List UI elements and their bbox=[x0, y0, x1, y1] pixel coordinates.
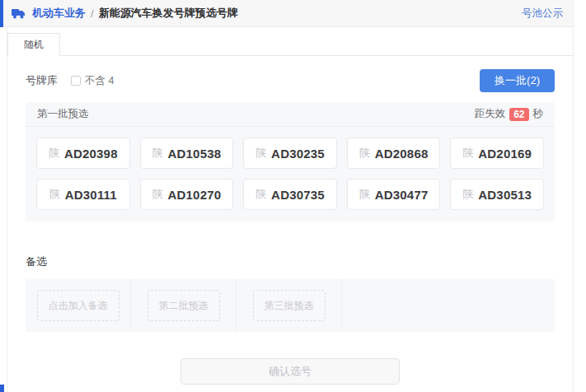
exclude-4-label: 不含 4 bbox=[85, 74, 114, 88]
plate-card[interactable]: 陕 AD20398 bbox=[36, 138, 130, 169]
plate-card[interactable]: 陕 AD30513 bbox=[450, 179, 544, 210]
plate-number: AD30513 bbox=[478, 188, 532, 202]
expire-countdown: 距失效 62 秒 bbox=[475, 107, 543, 121]
checkbox-icon[interactable] bbox=[71, 76, 81, 86]
expire-suffix: 秒 bbox=[533, 107, 544, 121]
confirm-selection-button[interactable]: 确认选号 bbox=[180, 358, 400, 385]
batch1-title: 第一批预选 bbox=[37, 107, 89, 121]
plate-number: AD20868 bbox=[375, 147, 429, 161]
header-bar: 机动车业务 / 新能源汽车换发号牌预选号牌 号池公示 bbox=[0, 0, 574, 27]
batch3-slot-button[interactable]: 第三批预选 bbox=[253, 290, 326, 321]
expire-seconds-badge: 62 bbox=[509, 108, 528, 121]
plate-number: AD30235 bbox=[271, 147, 325, 161]
plate-province-prefix: 陕 bbox=[359, 146, 370, 161]
plate-province-prefix: 陕 bbox=[49, 187, 60, 202]
plate-card[interactable]: 陕 AD10270 bbox=[140, 179, 234, 210]
batch1-header: 第一批预选 距失效 62 秒 bbox=[26, 102, 555, 127]
change-batch-button[interactable]: 换一批(2) bbox=[480, 69, 555, 92]
plate-card[interactable]: 陕 AD20169 bbox=[450, 138, 544, 169]
plate-card[interactable]: 陕 AD30477 bbox=[347, 179, 441, 210]
plate-number: AD30111 bbox=[65, 188, 117, 202]
exclude-4-checkbox[interactable]: 不含 4 bbox=[71, 74, 114, 88]
plate-province-prefix: 陕 bbox=[49, 146, 59, 161]
breadcrumb-separator: / bbox=[91, 7, 94, 20]
batch2-slot-button[interactable]: 第二批预选 bbox=[148, 290, 220, 321]
plate-number: AD20398 bbox=[64, 147, 118, 161]
tab-random[interactable]: 随机 bbox=[7, 33, 60, 56]
plate-province-prefix: 陕 bbox=[152, 146, 163, 161]
breadcrumb-section[interactable]: 机动车业务 bbox=[32, 6, 86, 21]
tab-bar: 随机 bbox=[7, 27, 573, 56]
plate-province-prefix: 陕 bbox=[255, 146, 266, 161]
plate-number: AD30477 bbox=[375, 188, 429, 202]
plate-number: AD20169 bbox=[478, 147, 532, 161]
plate-card[interactable]: 陕 AD10538 bbox=[140, 138, 234, 169]
header-accent-bar bbox=[0, 0, 3, 27]
content-card: 随机 号牌库 不含 4 换一批(2) 第一批预选 距失效 62 秒 陕 AD20… bbox=[7, 27, 574, 392]
plate-number: AD30735 bbox=[271, 188, 325, 202]
truck-icon bbox=[12, 8, 26, 19]
pool-publicity-link[interactable]: 号池公示 bbox=[522, 7, 563, 21]
add-to-backup-button[interactable]: 点击加入备选 bbox=[37, 290, 120, 321]
plate-province-prefix: 陕 bbox=[462, 146, 473, 161]
plate-province-prefix: 陕 bbox=[255, 187, 266, 202]
plate-number: AD10538 bbox=[168, 147, 222, 161]
bottom-accent-bar bbox=[0, 385, 4, 392]
backup-cell: 第二批预选 bbox=[131, 279, 237, 332]
plate-card[interactable]: 陕 AD30111 bbox=[36, 179, 130, 210]
plate-province-prefix: 陕 bbox=[462, 187, 473, 202]
plate-pool-row: 号牌库 不含 4 换一批(2) bbox=[26, 69, 555, 92]
backup-cell: 第三批预选 bbox=[237, 279, 342, 332]
batch1-panel: 第一批预选 距失效 62 秒 陕 AD20398 陕 AD10538 陕 AD3… bbox=[26, 102, 555, 222]
backup-cell: 点击加入备选 bbox=[26, 279, 131, 332]
page-title: 新能源汽车换发号牌预选号牌 bbox=[99, 6, 238, 21]
plate-card[interactable]: 陕 AD30235 bbox=[243, 138, 337, 169]
plate-number: AD10270 bbox=[168, 188, 222, 202]
plate-card[interactable]: 陕 AD30735 bbox=[243, 179, 337, 210]
plate-pool-label: 号牌库 bbox=[26, 73, 58, 88]
plate-province-prefix: 陕 bbox=[152, 187, 163, 202]
plate-province-prefix: 陕 bbox=[359, 187, 370, 202]
plate-grid: 陕 AD20398 陕 AD10538 陕 AD30235 陕 AD20868 … bbox=[26, 127, 555, 222]
backup-panel: 点击加入备选 第二批预选 第三批预选 bbox=[26, 279, 555, 332]
expire-prefix: 距失效 bbox=[475, 107, 506, 121]
backup-section-title: 备选 bbox=[26, 254, 573, 269]
plate-card[interactable]: 陕 AD20868 bbox=[347, 138, 441, 169]
